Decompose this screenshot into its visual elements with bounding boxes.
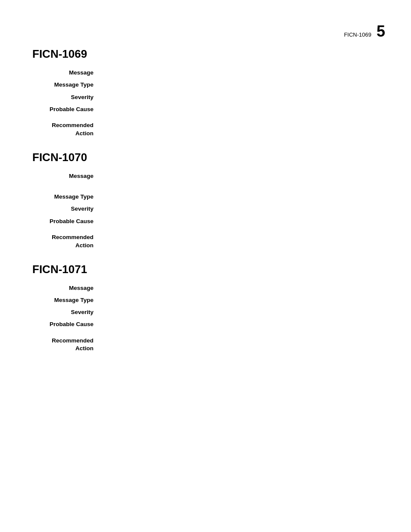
field-row: Message Type: [32, 193, 385, 201]
field-row: Message: [32, 284, 385, 292]
field-value: [101, 337, 385, 353]
field-row: Severity: [32, 205, 385, 213]
field-label: Message: [32, 68, 101, 77]
field-row: Severity: [32, 93, 385, 102]
field-row: RecommendedAction: [32, 233, 385, 250]
field-value: [101, 233, 385, 250]
field-value: [101, 121, 385, 138]
field-value: [101, 284, 385, 292]
page-header: FICN-1069 5: [344, 22, 385, 40]
entry-ficn-1069: FICN-1069MessageMessage TypeSeverityProb…: [32, 47, 385, 138]
field-label: Severity: [32, 205, 101, 213]
main-content: FICN-1069MessageMessage TypeSeverityProb…: [0, 0, 411, 392]
field-value: [101, 93, 385, 102]
field-value: [101, 205, 385, 213]
header-page-number: 5: [377, 22, 385, 40]
field-value: [101, 68, 385, 77]
spacer: [32, 188, 385, 193]
field-value: [101, 308, 385, 317]
field-label: RecommendedAction: [32, 233, 101, 250]
spacer: [32, 229, 385, 233]
field-row: Probable Cause: [32, 320, 385, 329]
field-label: Probable Cause: [32, 320, 101, 329]
field-label: Message Type: [32, 296, 101, 305]
field-value: [101, 217, 385, 226]
field-value: [101, 105, 385, 114]
entry-ficn-1071: FICN-1071MessageMessage TypeSeverityProb…: [32, 263, 385, 353]
entry-title-ficn-1070: FICN-1070: [32, 151, 385, 164]
spacer: [32, 333, 385, 337]
field-label: RecommendedAction: [32, 121, 101, 138]
field-label: Probable Cause: [32, 217, 101, 226]
entry-ficn-1070: FICN-1070MessageMessage TypeSeverityProb…: [32, 151, 385, 250]
field-label: Severity: [32, 93, 101, 102]
field-label: RecommendedAction: [32, 337, 101, 353]
field-label: Probable Cause: [32, 105, 101, 114]
field-row: RecommendedAction: [32, 337, 385, 353]
entry-title-ficn-1071: FICN-1071: [32, 263, 385, 276]
field-label: Message Type: [32, 193, 101, 201]
field-value: [101, 320, 385, 329]
field-label: Message: [32, 284, 101, 292]
field-row: Probable Cause: [32, 105, 385, 114]
field-row: Probable Cause: [32, 217, 385, 226]
field-value: [101, 81, 385, 89]
spacer: [32, 117, 385, 121]
spacer: [32, 184, 385, 188]
field-label: Message: [32, 172, 101, 180]
entry-title-ficn-1069: FICN-1069: [32, 47, 385, 61]
field-row: Message: [32, 172, 385, 180]
field-row: Message: [32, 68, 385, 77]
field-value: [101, 193, 385, 201]
field-row: Message Type: [32, 296, 385, 305]
field-value: [101, 296, 385, 305]
field-label: Severity: [32, 308, 101, 317]
header-id: FICN-1069: [344, 31, 371, 38]
field-row: RecommendedAction: [32, 121, 385, 138]
field-label: Message Type: [32, 81, 101, 89]
field-row: Severity: [32, 308, 385, 317]
field-row: Message Type: [32, 81, 385, 89]
field-value: [101, 172, 385, 180]
